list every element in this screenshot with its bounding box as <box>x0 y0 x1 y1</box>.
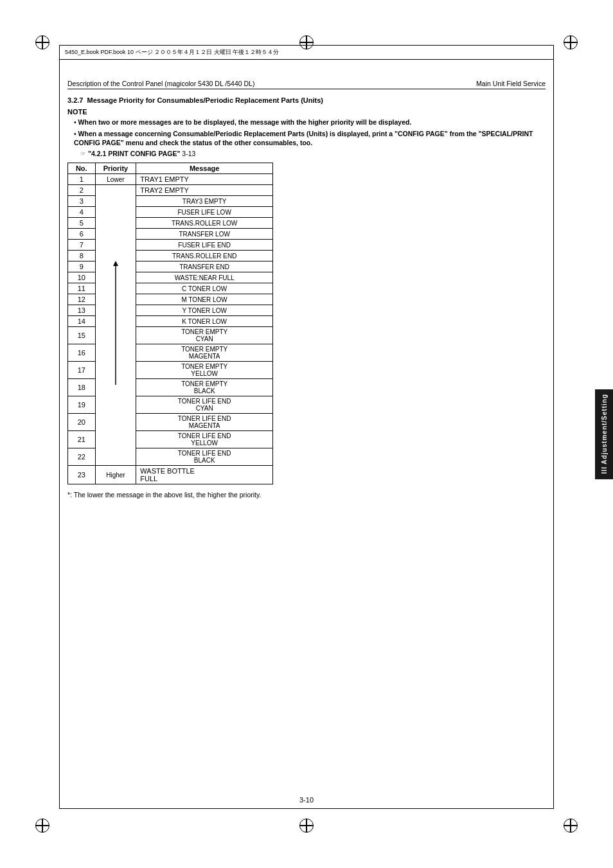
note-item-1-text: When two or more messages are to be disp… <box>78 118 412 126</box>
cell-message: TRAY3 EMPTY <box>136 196 273 207</box>
col-header-message: Message <box>136 163 273 174</box>
cell-message: TONER LIFE ENDBLACK <box>136 448 273 466</box>
cell-no: 6 <box>68 229 96 240</box>
note-item-2-text: When a message concerning Consumable/Per… <box>74 130 533 147</box>
page-border-top <box>59 59 554 60</box>
cell-message: TONER EMPTYBLACK <box>136 379 273 396</box>
col-header-priority: Priority <box>95 163 136 174</box>
cell-message: K TONER LOW <box>136 316 273 327</box>
cell-message: TRANS.ROLLER LOW <box>136 218 273 229</box>
cell-no: 22 <box>68 448 96 466</box>
cell-no: 5 <box>68 218 96 229</box>
cell-message: TONER EMPTYYELLOW <box>136 362 273 379</box>
cell-message: TONER LIFE ENDMAGENTA <box>136 414 273 431</box>
cell-no: 11 <box>68 283 96 294</box>
cell-no: 17 <box>68 362 96 379</box>
cell-no: 8 <box>68 251 96 261</box>
reg-mark-bottom-right <box>564 819 578 833</box>
footer-note: The lower the message in the above list,… <box>67 491 542 499</box>
cell-message: M TONER LOW <box>136 294 273 305</box>
cell-message: FUSER LIFE LOW <box>136 207 273 218</box>
cell-message: Y TONER LOW <box>136 305 273 316</box>
cell-message: WASTE:NEAR FULL <box>136 272 273 283</box>
cell-no: 15 <box>68 327 96 344</box>
cell-message: FUSER LIFE END <box>136 240 273 251</box>
cell-no: 19 <box>68 396 96 414</box>
cell-no: 16 <box>68 344 96 362</box>
ref-text: "4.2.1 PRINT CONFIG PAGE" 3-13 <box>88 150 195 157</box>
cell-message: TRAY2 EMPTY <box>136 185 273 196</box>
cell-message: TRANSFER LOW <box>136 229 273 240</box>
page-number: 3-10 <box>0 796 613 804</box>
section-heading: 3.2.7 Message Priority for Consumables/P… <box>67 96 542 104</box>
table-row: 1LowerTRAY1 EMPTY <box>68 174 273 185</box>
page-number-text: 3-10 <box>299 796 314 804</box>
page-border-bottom <box>59 808 554 809</box>
cell-priority-higher: Higher <box>95 466 136 484</box>
page-border-left <box>59 59 60 809</box>
cell-message: TRAY1 EMPTY <box>136 174 273 185</box>
cell-message: TONER LIFE ENDYELLOW <box>136 431 273 448</box>
note-block: NOTE When two or more messages are to be… <box>67 108 542 157</box>
cell-message: C TONER LOW <box>136 283 273 294</box>
cell-no: 4 <box>68 207 96 218</box>
cell-message: TRANS.ROLLER END <box>136 251 273 261</box>
header-left: Description of the Control Panel (magico… <box>67 80 254 87</box>
cell-no: 21 <box>68 431 96 448</box>
svg-marker-1 <box>113 261 118 266</box>
meta-text: 5450_E.book PDF.book 10 ページ ２００５年４月１２日 火… <box>65 48 279 57</box>
priority-table: No. Priority Message 1LowerTRAY1 EMPTY2T… <box>67 163 273 484</box>
reg-mark-top-right <box>564 35 578 49</box>
cell-no: 12 <box>68 294 96 305</box>
ref-icon: ☞ <box>80 150 85 157</box>
cell-message: TRANSFER END <box>136 261 273 272</box>
cell-priority-arrow <box>95 185 136 466</box>
main-content: 3.2.7 Message Priority for Consumables/P… <box>67 96 542 499</box>
reg-mark-bottom-left <box>35 819 49 833</box>
table-row: 2TRAY2 EMPTY <box>68 185 273 196</box>
cell-no: 1 <box>68 174 96 185</box>
side-tab-label: III Adjustment/Setting <box>601 394 608 474</box>
cell-no: 7 <box>68 240 96 251</box>
page-border-right <box>553 59 554 809</box>
cell-message: TONER LIFE ENDCYAN <box>136 396 273 414</box>
cell-no: 20 <box>68 414 96 431</box>
note-item-1: When two or more messages are to be disp… <box>74 118 542 127</box>
cell-no: 14 <box>68 316 96 327</box>
cell-message: TONER EMPTYCYAN <box>136 327 273 344</box>
reg-mark-top-left <box>35 35 49 49</box>
cell-no: 13 <box>68 305 96 316</box>
col-header-no: No. <box>68 163 96 174</box>
cell-no: 23 <box>68 466 96 484</box>
page-header: Description of the Control Panel (magico… <box>67 78 546 89</box>
cell-no: 10 <box>68 272 96 283</box>
reg-mark-bottom-mid <box>299 819 314 833</box>
cell-no: 18 <box>68 379 96 396</box>
note-label: NOTE <box>67 108 542 116</box>
side-tab: III Adjustment/Setting <box>595 389 613 479</box>
ref-line: ☞ "4.2.1 PRINT CONFIG PAGE" 3-13 <box>80 150 542 157</box>
section-number: 3.2.7 <box>67 96 83 104</box>
top-strip: 5450_E.book PDF.book 10 ページ ２００５年４月１２日 火… <box>59 45 554 59</box>
cell-priority-lower: Lower <box>95 174 136 185</box>
cell-no: 2 <box>68 185 96 196</box>
table-row: 23HigherWASTE BOTTLEFULL <box>68 466 273 484</box>
note-item-2: When a message concerning Consumable/Per… <box>74 129 542 148</box>
cell-message: TONER EMPTYMAGENTA <box>136 344 273 362</box>
header-right: Main Unit Field Service <box>476 80 546 87</box>
section-title: Message Priority for Consumables/Periodi… <box>87 96 323 104</box>
footer-note-text: The lower the message in the above list,… <box>74 491 262 499</box>
cell-message: WASTE BOTTLEFULL <box>136 466 273 484</box>
cell-no: 3 <box>68 196 96 207</box>
cell-no: 9 <box>68 261 96 272</box>
